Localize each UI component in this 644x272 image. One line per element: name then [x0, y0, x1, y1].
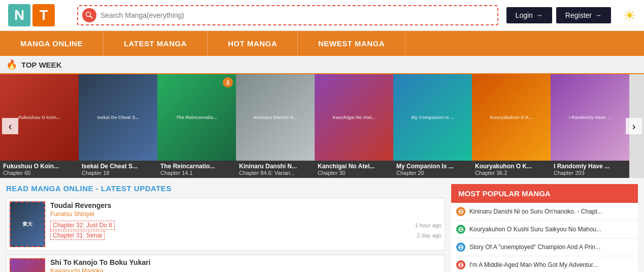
manga-card[interactable]: 2 The Reincarnatio... The Reincarnatio..… [157, 74, 236, 178]
manga-card-chapter: Chapter 30 [318, 170, 390, 176]
top-week-bar: 🔥 TOP WEEK [0, 56, 644, 74]
popular-title: Kininaru Danshi Ni oo Suru On'nanoko. - … [469, 208, 633, 215]
chapter-time: 2 day ago [417, 232, 442, 238]
fire-icon: 🔥 [6, 59, 17, 70]
popular-title: Story Of A "unemployed" Champion And A P… [469, 244, 633, 251]
svg-line-1 [90, 16, 93, 19]
manga-cover: I Randomly Have ... [551, 74, 629, 161]
register-arrow-icon: → [595, 11, 602, 19]
manga-update-info: Shi To Kanojo To Boku Yukari Kawaguchi M… [50, 258, 442, 272]
manga-card-chapter: Chapter 84.6: Varian... [239, 170, 312, 176]
main-nav: MANGA ONLINE LATEST MANGA HOT MANGA NEWE… [0, 31, 644, 56]
manga-card-title: Kanchigai No Atel... [318, 163, 390, 170]
theme-toggle-icon[interactable]: ☀ [623, 7, 636, 24]
latest-updates-title[interactable]: READ MANGA ONLINE - LATEST UPDATES [6, 184, 445, 193]
manga-card-info: I Randomly Have ... Chapter 203 [551, 161, 629, 178]
manga-update-author: Kawaguchi Madoka [50, 267, 442, 272]
popular-list: ⊖ Kininaru Danshi Ni oo Suru On'nanoko. … [451, 203, 638, 272]
manga-thumb: 東大 [10, 201, 45, 247]
manga-update-list: 東大 Toudai Revengers Funatsu Shinpei Chap… [6, 198, 445, 272]
slider-next-button[interactable]: › [626, 118, 642, 134]
popular-item[interactable]: ⊖ Kouryakuhon O Kushi Suru Saikyou No Ma… [451, 221, 638, 238]
manga-badge: 2 [223, 77, 233, 87]
login-arrow-icon: → [536, 11, 543, 19]
manga-card-chapter: Chapter 60 [3, 170, 76, 176]
manga-update-row: 東大 Toudai Revengers Funatsu Shinpei Chap… [6, 198, 445, 251]
manga-card-chapter: Chapter 20 [396, 170, 469, 176]
manga-update-title[interactable]: Shi To Kanojo To Boku Yukari [50, 258, 442, 266]
manga-card-chapter: Chapter 203 [554, 170, 626, 176]
nav-hot-manga[interactable]: HOT MANGA [208, 31, 298, 56]
popular-minus-icon: ⊖ [458, 244, 464, 251]
most-popular-header: MOST POPULAR MANGA [451, 184, 638, 203]
manga-card[interactable]: Kanchigai No Atel... Kanchigai No Atel..… [315, 74, 393, 178]
nav-manga-online[interactable]: MANGA ONLINE [0, 31, 104, 56]
manga-card-info: My Companion Is ... Chapter 20 [393, 161, 472, 178]
manga-card-info: Kanchigai No Atel... Chapter 30 [315, 161, 393, 178]
popular-dot: ⊖ [456, 260, 465, 269]
manga-update-row: 死と彼女とぼく Shi To Kanojo To Boku Yukari Kaw… [6, 255, 445, 272]
svg-point-0 [86, 12, 91, 17]
popular-item[interactable]: ⊖ Story Of A "unemployed" Champion And A… [451, 238, 638, 256]
header: N T Login → Register → ☀ [0, 0, 644, 31]
manga-update-title[interactable]: Toudai Revengers [50, 201, 442, 209]
manga-cover: Kininaru Danshi N... [236, 74, 315, 161]
chapter-link[interactable]: Chapter 31: Senai [50, 231, 105, 240]
manga-slider-wrap: Fukushuu O Koin... Fukushuu O Koin... Ch… [0, 74, 644, 178]
popular-item[interactable]: ⊖ I'm A Middle-Aged Man Who Got My Adven… [451, 256, 638, 272]
manga-card-title: Kouryakuhon O K... [475, 163, 548, 170]
manga-card[interactable]: Kininaru Danshi N... Kininaru Danshi N..… [236, 74, 315, 178]
manga-card-title: Fukushuu O Koin... [3, 163, 76, 170]
manga-cover: Kanchigai No Atel... [315, 74, 393, 161]
top-week-label: TOP WEEK [21, 61, 61, 69]
chapter-link[interactable]: Chapter 32: Just Do It [50, 221, 115, 230]
chapter-row: Chapter 32: Just Do It 1 hour ago [50, 221, 442, 230]
header-buttons: Login → Register → [506, 7, 611, 23]
chapter-row: Chapter 31: Senai 2 day ago [50, 231, 442, 240]
chapter-list: Chapter 32: Just Do It 1 hour ago Chapte… [50, 221, 442, 240]
manga-card-info: Fukushuu O Koin... Chapter 60 [0, 161, 79, 178]
manga-card-info: The Reincarnatio... Chapter 14.1 [157, 161, 236, 178]
manga-card-info: Isekai De Cheat S... Chapter 18 [79, 161, 157, 178]
manga-card-title: Isekai De Cheat S... [82, 163, 154, 170]
popular-title: I'm A Middle-Aged Man Who Got My Adventu… [469, 261, 633, 268]
manga-cover: Isekai De Cheat S... [79, 74, 157, 161]
manga-cover: 2 The Reincarnatio... [157, 74, 236, 161]
search-icon [82, 8, 96, 22]
site-logo[interactable]: N T [8, 4, 69, 26]
popular-dot: ⊖ [456, 207, 465, 216]
manga-card-info: Kouryakuhon O K... Chapter 36.2 [472, 161, 551, 178]
popular-minus-icon: ⊖ [458, 261, 464, 268]
chapter-time: 1 hour ago [415, 222, 442, 228]
manga-card[interactable]: My Companion Is ... My Companion Is ... … [393, 74, 472, 178]
nav-latest-manga[interactable]: LATEST MANGA [104, 31, 208, 56]
manga-cover: Kouryakuhon O K... [472, 74, 551, 161]
manga-card-chapter: Chapter 18 [82, 170, 154, 176]
manga-cover: Fukushuu O Koin... [0, 74, 79, 161]
popular-minus-icon: ⊖ [458, 226, 464, 233]
manga-card[interactable]: Kouryakuhon O K... Kouryakuhon O K... Ch… [472, 74, 551, 178]
manga-cover: My Companion Is ... [393, 74, 472, 161]
manga-card[interactable]: Isekai De Cheat S... Isekai De Cheat S..… [79, 74, 157, 178]
manga-update-author: Funatsu Shinpei [50, 210, 442, 218]
nav-newest-manga[interactable]: NEWEST MANGA [298, 31, 405, 56]
manga-card-chapter: Chapter 36.2 [475, 170, 548, 176]
slider-prev-button[interactable]: ‹ [2, 118, 18, 134]
manga-card-chapter: Chapter 14.1 [160, 170, 233, 176]
manga-card-title: My Companion Is ... [396, 163, 469, 170]
manga-card-title: The Reincarnatio... [160, 163, 233, 170]
most-popular-sidebar: MOST POPULAR MANGA ⊖ Kininaru Danshi Ni … [451, 184, 644, 272]
register-button[interactable]: Register → [556, 7, 611, 23]
logo-t: T [32, 4, 55, 26]
search-input[interactable] [100, 11, 493, 19]
popular-title: Kouryakuhon O Kushi Suru Saikyou No Maho… [469, 226, 633, 233]
login-button[interactable]: Login → [506, 7, 552, 23]
logo-n: N [8, 4, 30, 26]
latest-updates: READ MANGA ONLINE - LATEST UPDATES 東大 To… [0, 184, 451, 272]
manga-card-title: Kininaru Danshi N... [239, 163, 312, 170]
manga-update-info: Toudai Revengers Funatsu Shinpei Chapter… [50, 201, 442, 247]
manga-card[interactable]: I Randomly Have ... I Randomly Have ... … [551, 74, 629, 178]
popular-dot: ⊖ [456, 225, 465, 234]
popular-minus-icon: ⊖ [458, 208, 464, 215]
popular-item[interactable]: ⊖ Kininaru Danshi Ni oo Suru On'nanoko. … [451, 203, 638, 221]
